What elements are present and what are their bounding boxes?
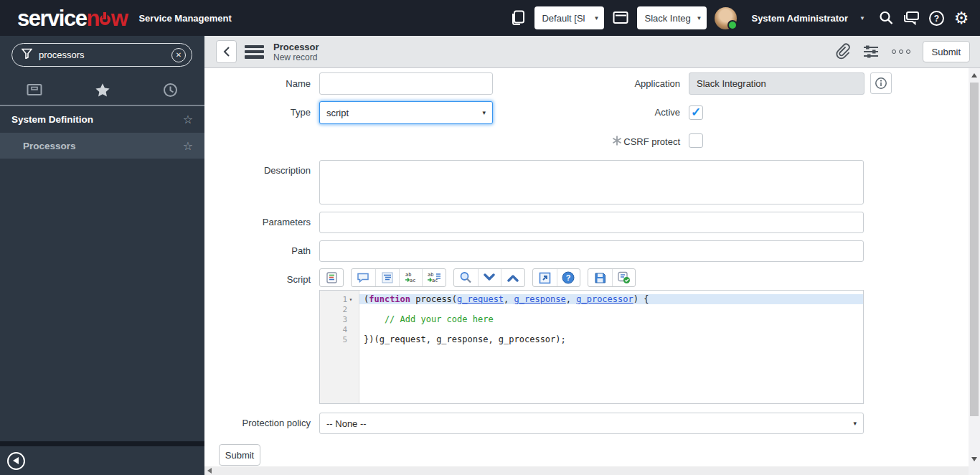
- favorite-star-icon[interactable]: ☆: [183, 139, 193, 153]
- main-content: Processor New record Submit Name Applica…: [204, 36, 980, 475]
- back-button[interactable]: [216, 40, 237, 63]
- script-toolbar-group-4: ?: [532, 268, 580, 287]
- navigator-search[interactable]: ✕: [11, 43, 192, 67]
- form-header: Processor New record Submit: [204, 36, 980, 68]
- submit-button-header[interactable]: Submit: [923, 41, 970, 62]
- sidebar-footer: [0, 446, 204, 475]
- svg-text:ab: ab: [405, 272, 411, 278]
- help-icon[interactable]: ?: [928, 9, 945, 27]
- protection-policy-value: -- None --: [326, 418, 367, 429]
- svg-text:?: ?: [933, 14, 938, 24]
- personalize-form-icon[interactable]: [862, 44, 880, 60]
- all-applications-icon[interactable]: [0, 83, 68, 97]
- logo-w-text: w: [111, 7, 128, 29]
- nav-item-processors[interactable]: Processors ☆: [0, 133, 204, 159]
- find-next-icon[interactable]: [478, 269, 501, 286]
- power-button-icon: [100, 14, 110, 25]
- description-label: Description: [225, 165, 311, 176]
- reference-info-icon[interactable]: [870, 72, 892, 94]
- csrf-protect-checkbox[interactable]: ✓: [689, 133, 703, 148]
- vertical-scrollbar-thumb[interactable]: [970, 83, 979, 416]
- chevron-down-icon: ▼: [859, 15, 865, 22]
- update-set-value: Default [Sl: [542, 13, 590, 24]
- csrf-protect-label: CSRF protect: [537, 136, 680, 147]
- gear-icon[interactable]: ⚙: [953, 9, 970, 27]
- user-menu[interactable]: System Administrator: [751, 13, 848, 24]
- script-label: Script: [225, 274, 311, 285]
- product-name: Service Management: [138, 13, 231, 24]
- save-icon[interactable]: [588, 269, 612, 286]
- parameters-input[interactable]: [319, 212, 864, 233]
- collapse-sidebar-icon[interactable]: [7, 452, 25, 470]
- find-previous-icon[interactable]: [501, 269, 524, 286]
- svg-text:?: ?: [566, 273, 571, 282]
- path-input[interactable]: [319, 240, 864, 262]
- format-code-icon[interactable]: [375, 269, 399, 286]
- type-select[interactable]: script ▾: [319, 101, 493, 124]
- type-label: Type: [225, 107, 311, 118]
- scroll-left-icon[interactable]: [207, 468, 212, 474]
- application-navigator: ✕ System Definition ☆ Processors ☆: [0, 36, 204, 475]
- comment-icon[interactable]: [352, 269, 375, 286]
- replace-all-icon[interactable]: abac: [422, 269, 446, 286]
- name-input[interactable]: [319, 72, 493, 95]
- history-clock-icon[interactable]: [136, 83, 204, 98]
- svg-text:ab: ab: [428, 272, 433, 278]
- script-syntax-icon[interactable]: [320, 269, 343, 286]
- scroll-down-icon[interactable]: [971, 457, 977, 461]
- vertical-scrollbar[interactable]: [969, 68, 980, 466]
- servicenow-logo: servicenw: [17, 7, 127, 29]
- favorite-star-icon[interactable]: ☆: [183, 113, 193, 126]
- path-label: Path: [225, 245, 311, 256]
- sidebar-footer-divider: [0, 441, 204, 446]
- more-options-icon[interactable]: [892, 50, 910, 54]
- horizontal-scrollbar[interactable]: [204, 466, 969, 475]
- scrollbar-corner: [969, 466, 980, 475]
- application-value: Slack Integration: [697, 78, 766, 89]
- syntax-check-icon[interactable]: [612, 269, 636, 286]
- open-new-window-icon[interactable]: [533, 269, 557, 286]
- description-textarea[interactable]: [319, 160, 864, 204]
- navigator-tabs: [0, 75, 204, 104]
- logo-service-text: service: [17, 7, 86, 29]
- svg-text:ac: ac: [410, 278, 415, 283]
- chevron-down-icon: ▾: [853, 420, 857, 427]
- chat-icon[interactable]: [903, 9, 920, 27]
- application-picker[interactable]: Slack Integ ▼: [637, 6, 707, 29]
- nav-section-label: System Definition: [11, 114, 183, 125]
- code-gutter: 1▾2345: [320, 291, 359, 403]
- script-toolbar-group-3: [453, 268, 525, 287]
- scroll-up-icon[interactable]: [971, 73, 977, 77]
- user-avatar[interactable]: [715, 7, 737, 29]
- update-set-picker[interactable]: Default [Sl ▼: [534, 6, 604, 29]
- application-label: Application: [594, 78, 680, 89]
- protection-policy-label: Protection policy: [225, 418, 311, 428]
- navigator-search-input[interactable]: [39, 50, 171, 60]
- form-subtitle: New record: [273, 52, 319, 62]
- active-checkbox[interactable]: ✓: [689, 105, 703, 120]
- script-editor[interactable]: 1▾2345 (function process(g_request, g_re…: [319, 290, 864, 404]
- form-context-menu-icon[interactable]: [245, 45, 264, 59]
- type-value: script: [326, 108, 349, 118]
- chevron-down-icon: ▼: [697, 15, 702, 22]
- name-label: Name: [225, 78, 311, 89]
- submit-button-bottom[interactable]: Submit: [219, 444, 260, 466]
- search-icon[interactable]: [877, 9, 895, 27]
- application-field: Slack Integration: [689, 72, 864, 95]
- attachment-paperclip-icon[interactable]: [834, 43, 850, 60]
- replace-icon[interactable]: abac: [399, 269, 423, 286]
- favorites-star-icon[interactable]: [68, 83, 136, 98]
- window-icon[interactable]: [612, 9, 629, 27]
- nav-section-system-definition[interactable]: System Definition ☆: [0, 106, 204, 133]
- clear-search-icon[interactable]: ✕: [171, 48, 186, 62]
- top-banner: servicenw Service Management Default [Sl…: [0, 0, 980, 36]
- servicenow-app: servicenw Service Management Default [Sl…: [0, 0, 980, 475]
- pages-icon[interactable]: [509, 9, 527, 27]
- script-toolbar-group-1: [319, 268, 344, 287]
- funnel-icon: [22, 48, 32, 62]
- protection-policy-select[interactable]: -- None -- ▾: [319, 413, 864, 434]
- search-code-icon[interactable]: [454, 269, 478, 286]
- editor-help-icon[interactable]: ?: [557, 269, 580, 286]
- chevron-down-icon: ▾: [482, 109, 486, 116]
- code-lines[interactable]: (function process(g_request, g_response,…: [359, 291, 863, 403]
